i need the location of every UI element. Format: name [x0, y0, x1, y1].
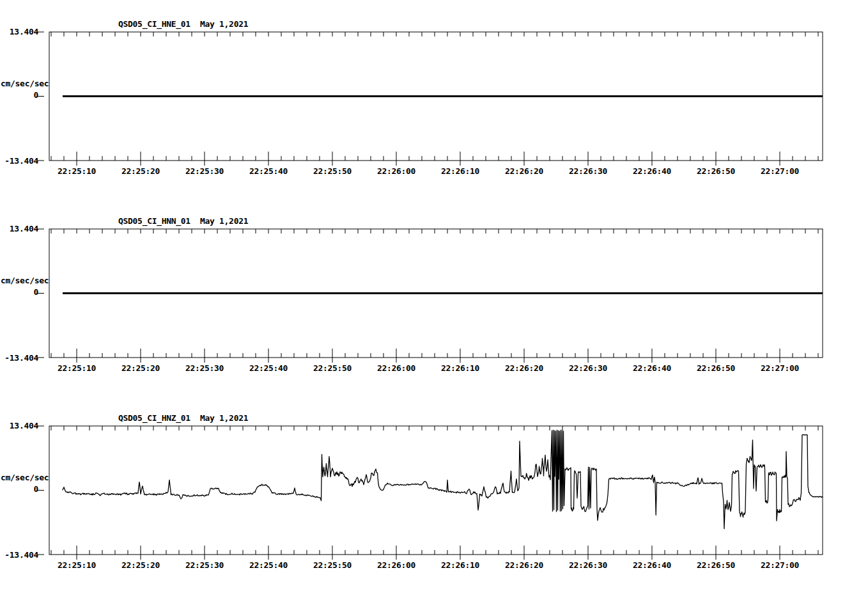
axes-box	[36, 32, 823, 166]
seismogram-figure: QSD05_CI_HNE_01 May 1,202113.404cm/sec/s…	[0, 0, 868, 591]
seismogram-panel-hnn: QSD05_CI_HNN_01 May 1,202113.404cm/sec/s…	[0, 197, 868, 394]
seismogram-canvas-hne	[0, 0, 868, 197]
seismogram-canvas-hnz	[0, 394, 868, 591]
seismogram-panel-hne: QSD05_CI_HNE_01 May 1,202113.404cm/sec/s…	[0, 0, 868, 197]
seismogram-panel-hnz: QSD05_CI_HNZ_01 May 1,202113.404cm/sec/s…	[0, 394, 868, 591]
axes-box	[36, 426, 823, 560]
seismogram-canvas-hnn	[0, 197, 868, 394]
axes-box	[36, 229, 823, 363]
waveform-trace-hnz	[63, 430, 823, 529]
